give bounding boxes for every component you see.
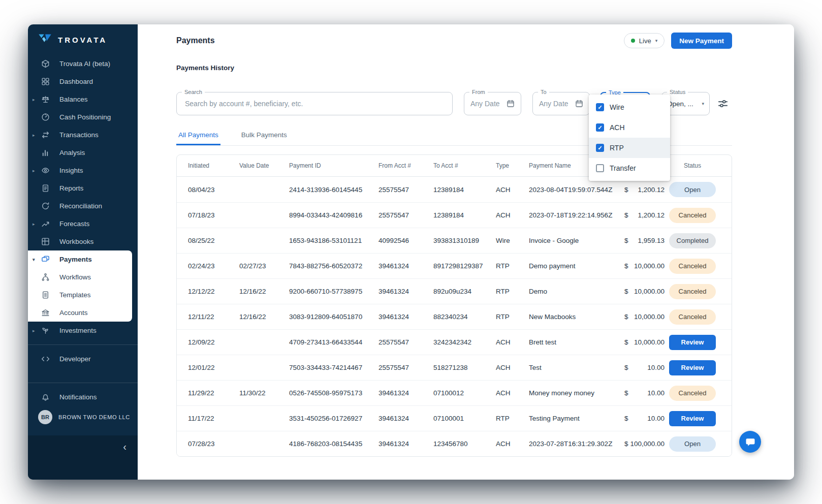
cell-from-acct: 25575547 <box>378 338 433 346</box>
cell-initiated: 02/24/23 <box>188 262 239 270</box>
sidebar-item[interactable]: ▾ Payments <box>28 250 132 268</box>
checkbox[interactable]: ✓ <box>596 164 604 172</box>
table-row[interactable]: 07/18/23 8994-033443-42409816 25575547 1… <box>177 202 732 228</box>
column-header[interactable]: From Acct # <box>378 162 433 169</box>
sidebar-item[interactable]: ▸ Insights <box>28 162 138 179</box>
new-payment-button[interactable]: New Payment <box>671 33 732 49</box>
tab[interactable]: All Payments <box>176 129 220 145</box>
column-header[interactable]: Payment ID <box>289 162 378 169</box>
cell-type: ACH <box>496 211 529 219</box>
brand-logo[interactable]: TROVATA <box>28 24 138 55</box>
chevron-right-icon[interactable]: ▸ <box>33 133 35 138</box>
cell-to-acct: 882340234 <box>433 313 496 321</box>
type-option[interactable]: ✓ Wire <box>589 97 670 117</box>
review-button[interactable]: Review <box>669 411 716 426</box>
from-date-picker[interactable]: From Any Date <box>464 92 521 115</box>
type-option[interactable]: ✓ ACH <box>589 117 670 138</box>
sidebar-item-label: Notifications <box>59 393 97 401</box>
search-input[interactable] <box>177 100 452 108</box>
column-header[interactable]: Initiated <box>188 162 239 169</box>
chevron-right-icon[interactable]: ▸ <box>33 97 35 102</box>
sidebar-item[interactable]: Templates <box>28 286 132 304</box>
sidebar-divider <box>28 344 138 345</box>
sidebar-divider <box>28 383 138 383</box>
cell-from-acct: 39461324 <box>378 389 433 397</box>
tab[interactable]: Bulk Payments <box>239 129 289 145</box>
trovata-logo-icon <box>38 34 52 46</box>
sidebar-item-label: Templates <box>59 291 91 299</box>
type-option-label: ACH <box>610 123 625 132</box>
sidebar-item-developer[interactable]: Developer <box>28 350 138 368</box>
type-option[interactable]: ✓ Transfer <box>589 158 670 178</box>
cell-initiated: 12/01/22 <box>188 364 239 371</box>
table-row[interactable]: 02/24/23 02/27/23 7843-882756-60520372 3… <box>177 253 732 278</box>
review-button[interactable]: Review <box>669 360 716 375</box>
checkbox[interactable]: ✓ <box>596 144 604 152</box>
reports-icon <box>41 184 50 193</box>
sidebar-item[interactable]: Workflows <box>28 268 132 286</box>
brand-name: TROVATA <box>58 36 107 44</box>
type-option-label: Transfer <box>610 164 636 172</box>
currency-symbol: $ <box>624 237 628 244</box>
cell-payment-id: 3083-912809-64051870 <box>289 313 378 321</box>
table-row[interactable]: 11/17/22 3531-450256-01726927 39461324 0… <box>177 405 732 431</box>
column-header[interactable]: To Acct # <box>433 162 496 169</box>
currency-symbol: $ <box>624 440 628 448</box>
chevron-right-icon[interactable]: ▸ <box>33 222 35 227</box>
chevron-right-icon[interactable]: ▸ <box>33 328 35 333</box>
table-row[interactable]: 12/11/22 12/16/22 3083-912809-64051870 3… <box>177 304 732 329</box>
table-row[interactable]: 12/09/22 4709-273413-66433544 25575547 3… <box>177 329 732 355</box>
cell-payment-id: 0526-745508-95975173 <box>289 389 378 397</box>
account-switcher[interactable]: BR BROWN TWO DEMO LLC <box>28 406 138 428</box>
chevron-right-icon[interactable]: ▸ <box>33 168 35 173</box>
sidebar-item[interactable]: Dashboard <box>28 73 138 90</box>
environment-label: Live <box>639 37 651 45</box>
checkbox[interactable]: ✓ <box>596 103 604 111</box>
column-header[interactable]: Status <box>665 162 720 169</box>
amount-value: 10,000.00 <box>634 338 665 346</box>
table-row[interactable]: 11/29/22 11/30/22 0526-745508-95975173 3… <box>177 380 732 405</box>
cell-type: RTP <box>496 415 529 422</box>
sidebar-item[interactable]: ▸ Transactions <box>28 126 138 144</box>
environment-selector[interactable]: Live ▾ <box>624 33 665 48</box>
column-header[interactable]: Value Date <box>239 162 289 169</box>
page-title: Payments <box>176 36 215 45</box>
sidebar-item[interactable]: Reports <box>28 179 138 197</box>
cell-payment-name: Test <box>529 364 624 371</box>
header-actions: Live ▾ New Payment <box>624 33 732 49</box>
sidebar-item[interactable]: Analysis <box>28 144 138 162</box>
collapse-sidebar-icon[interactable]: ‹ <box>123 442 127 452</box>
type-option-label: Wire <box>610 103 624 111</box>
to-date-picker[interactable]: To Any Date <box>532 92 590 115</box>
payments-icon <box>41 255 50 264</box>
table-body: 08/04/23 2414-313936-60145445 25575547 1… <box>177 177 732 456</box>
sidebar-item[interactable]: ▸ Investments <box>28 322 138 339</box>
sidebar-item-label: Trovata AI (beta) <box>59 60 110 68</box>
cell-from-acct: 25575547 <box>378 364 433 371</box>
type-option[interactable]: ✓ RTP <box>589 138 670 158</box>
cell-to-acct: 3242342342 <box>433 338 496 346</box>
sidebar-item[interactable]: Accounts <box>28 304 132 322</box>
status-badge: Open <box>669 182 716 197</box>
table-row[interactable]: 12/12/22 12/16/22 9200-660710-57738975 3… <box>177 278 732 304</box>
review-button[interactable]: Review <box>669 335 716 350</box>
sidebar-item[interactable]: Workbooks <box>28 233 138 250</box>
table-row[interactable]: 08/25/22 1653-943186-53101121 40992546 3… <box>177 228 732 253</box>
chevron-down-icon[interactable]: ▾ <box>33 257 35 262</box>
table-row[interactable]: 12/01/22 7503-334433-74214467 25575547 5… <box>177 355 732 380</box>
advanced-filters-icon[interactable] <box>718 99 728 109</box>
checkbox[interactable]: ✓ <box>596 123 604 132</box>
column-header[interactable]: Type <box>496 162 529 169</box>
cell-value-date: 02/27/23 <box>239 262 289 270</box>
sidebar-item[interactable]: Cash Positioning <box>28 108 138 126</box>
table-row[interactable]: 07/28/23 4186-768203-08154435 39461324 1… <box>177 431 732 456</box>
sidebar-item[interactable]: Trovata AI (beta) <box>28 55 138 73</box>
sidebar-item[interactable]: ▸ Balances <box>28 90 138 108</box>
sidebar-item-notifications[interactable]: Notifications <box>28 388 138 406</box>
chat-launcher-button[interactable] <box>739 431 761 453</box>
currency-symbol: $ <box>624 364 628 371</box>
sidebar-item[interactable]: Reconciliation <box>28 197 138 215</box>
sidebar-item[interactable]: ▸ Forecasts <box>28 215 138 233</box>
to-date-value: Any Date <box>539 100 568 108</box>
transactions-icon <box>41 131 50 139</box>
